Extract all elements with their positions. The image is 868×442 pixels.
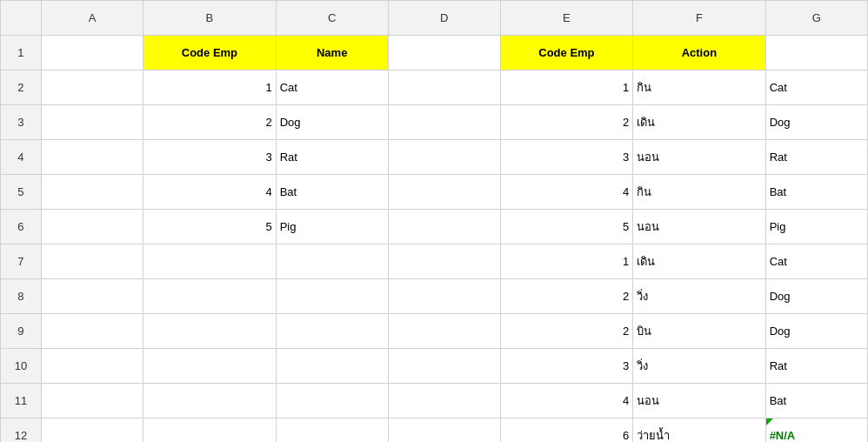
cell-c5[interactable]: Bat <box>276 175 388 210</box>
cell-f5[interactable]: กิน <box>633 175 765 210</box>
cell-e4[interactable]: 3 <box>500 140 632 175</box>
cell-f10[interactable]: วิ่ง <box>633 349 765 384</box>
cell-a9[interactable] <box>41 314 143 349</box>
cell-f11[interactable]: นอน <box>633 384 765 419</box>
cell-f4[interactable]: นอน <box>633 140 765 175</box>
cell-e3[interactable]: 2 <box>500 105 632 140</box>
table-row: 2 1 Cat 1 กิน Cat <box>1 70 868 105</box>
cell-b5[interactable]: 4 <box>144 175 276 210</box>
row-header-6: 6 <box>1 210 42 244</box>
cell-e9[interactable]: 2 <box>500 314 632 349</box>
cell-b11[interactable] <box>144 384 276 419</box>
cell-f12[interactable]: ว่ายน้ำ <box>633 419 765 443</box>
cell-f6[interactable]: นอน <box>633 210 765 244</box>
cell-g4[interactable]: Rat <box>765 140 867 175</box>
cell-c8[interactable] <box>276 279 388 314</box>
cell-g8[interactable]: Dog <box>765 279 867 314</box>
col-header-d: D <box>388 1 500 36</box>
cell-a7[interactable] <box>41 244 143 279</box>
table-row: 4 3 Rat 3 นอน Rat <box>1 140 868 175</box>
cell-b7[interactable] <box>144 244 276 279</box>
row-header-4: 4 <box>1 140 42 175</box>
cell-d5[interactable] <box>388 175 500 210</box>
cell-b1[interactable]: Code Emp <box>144 36 276 70</box>
cell-d12[interactable] <box>388 419 500 443</box>
cell-g5[interactable]: Bat <box>765 175 867 210</box>
cell-e12[interactable]: 6 <box>500 419 632 443</box>
cell-g10[interactable]: Rat <box>765 349 867 384</box>
cell-a8[interactable] <box>41 279 143 314</box>
cell-e8[interactable]: 2 <box>500 279 632 314</box>
cell-f8[interactable]: วิ่ง <box>633 279 765 314</box>
cell-b2[interactable]: 1 <box>144 70 276 105</box>
row-header-11: 11 <box>1 384 42 419</box>
cell-a4[interactable] <box>41 140 143 175</box>
cell-a5[interactable] <box>41 175 143 210</box>
cell-d7[interactable] <box>388 244 500 279</box>
cell-d9[interactable] <box>388 314 500 349</box>
col-header-e: E <box>500 1 632 36</box>
cell-f7[interactable]: เดิน <box>633 244 765 279</box>
cell-a1[interactable] <box>41 36 143 70</box>
cell-e7[interactable]: 1 <box>500 244 632 279</box>
cell-d2[interactable] <box>388 70 500 105</box>
cell-d10[interactable] <box>388 349 500 384</box>
cell-e10[interactable]: 3 <box>500 349 632 384</box>
cell-g1[interactable] <box>765 36 867 70</box>
cell-c4[interactable]: Rat <box>276 140 388 175</box>
cell-b12[interactable] <box>144 419 276 443</box>
cell-e6[interactable]: 5 <box>500 210 632 244</box>
table-row: 3 2 Dog 2 เดิน Dog <box>1 105 868 140</box>
cell-e5[interactable]: 4 <box>500 175 632 210</box>
cell-f9[interactable]: บิน <box>633 314 765 349</box>
cell-a12[interactable] <box>41 419 143 443</box>
cell-d3[interactable] <box>388 105 500 140</box>
spreadsheet: A B C D E F G 1 Code Emp Name Code Emp A… <box>0 0 868 442</box>
cell-b10[interactable] <box>144 349 276 384</box>
cell-a11[interactable] <box>41 384 143 419</box>
cell-g7[interactable]: Cat <box>765 244 867 279</box>
cell-a3[interactable] <box>41 105 143 140</box>
col-header-c: C <box>276 1 388 36</box>
cell-g2[interactable]: Cat <box>765 70 867 105</box>
row-header-7: 7 <box>1 244 42 279</box>
cell-c10[interactable] <box>276 349 388 384</box>
cell-a6[interactable] <box>41 210 143 244</box>
cell-d4[interactable] <box>388 140 500 175</box>
col-header-f: F <box>633 1 765 36</box>
cell-e2[interactable]: 1 <box>500 70 632 105</box>
cell-d6[interactable] <box>388 210 500 244</box>
cell-g12[interactable]: #N/A <box>765 419 867 443</box>
cell-g3[interactable]: Dog <box>765 105 867 140</box>
cell-a2[interactable] <box>41 70 143 105</box>
col-header-a: A <box>41 1 143 36</box>
cell-c6[interactable]: Pig <box>276 210 388 244</box>
cell-g11[interactable]: Bat <box>765 384 867 419</box>
cell-c1[interactable]: Name <box>276 36 388 70</box>
cell-b6[interactable]: 5 <box>144 210 276 244</box>
cell-d8[interactable] <box>388 279 500 314</box>
cell-b4[interactable]: 3 <box>144 140 276 175</box>
col-header-g: G <box>765 1 867 36</box>
cell-g9[interactable]: Dog <box>765 314 867 349</box>
cell-f3[interactable]: เดิน <box>633 105 765 140</box>
cell-c9[interactable] <box>276 314 388 349</box>
cell-b8[interactable] <box>144 279 276 314</box>
cell-b9[interactable] <box>144 314 276 349</box>
cell-d11[interactable] <box>388 384 500 419</box>
cell-c2[interactable]: Cat <box>276 70 388 105</box>
cell-f2[interactable]: กิน <box>633 70 765 105</box>
cell-c3[interactable]: Dog <box>276 105 388 140</box>
cell-c12[interactable] <box>276 419 388 443</box>
error-indicator-icon <box>766 419 773 425</box>
cell-c11[interactable] <box>276 384 388 419</box>
cell-a10[interactable] <box>41 349 143 384</box>
cell-c7[interactable] <box>276 244 388 279</box>
error-value: #N/A <box>770 429 796 442</box>
cell-g6[interactable]: Pig <box>765 210 867 244</box>
cell-d1[interactable] <box>388 36 500 70</box>
cell-b3[interactable]: 2 <box>144 105 276 140</box>
cell-e1[interactable]: Code Emp <box>500 36 632 70</box>
cell-e11[interactable]: 4 <box>500 384 632 419</box>
cell-f1[interactable]: Action <box>633 36 765 70</box>
